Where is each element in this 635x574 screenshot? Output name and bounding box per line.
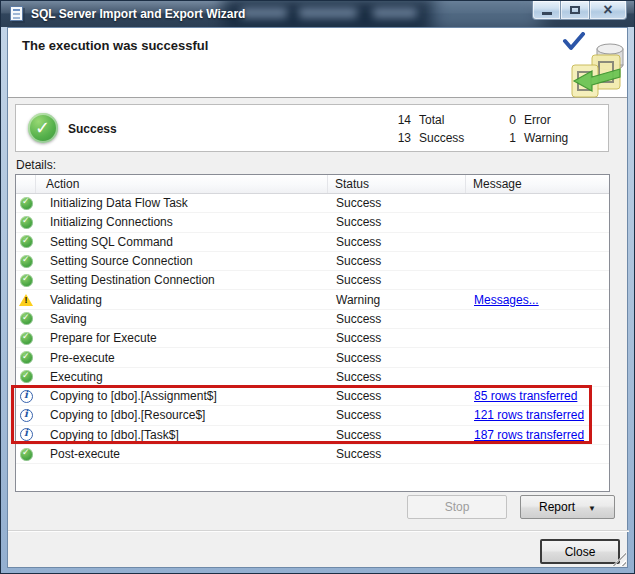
minimize-button[interactable] <box>532 1 561 20</box>
message-cell: Messages... <box>466 293 609 307</box>
message-link[interactable]: Messages... <box>474 293 539 307</box>
action-cell: Post-execute <box>36 447 328 461</box>
report-button[interactable]: Report <box>520 495 615 519</box>
action-cell: Executing <box>36 370 328 384</box>
status-cell: Success <box>328 254 466 268</box>
status-cell: Success <box>328 312 466 326</box>
message-link[interactable]: 121 rows transferred <box>474 408 584 422</box>
success-icon <box>20 370 33 383</box>
table-row[interactable]: Copying to [dbo].[Resource$] Success 121… <box>16 406 609 425</box>
message-cell: 121 rows transferred <box>466 408 609 422</box>
success-icon <box>20 448 33 461</box>
status-cell: Success <box>328 331 466 345</box>
status-cell: Success <box>328 408 466 422</box>
dialog-body: The execution was successful Success 14 <box>7 27 628 568</box>
status-cell: Success <box>328 389 466 403</box>
details-table: Action Status Message Initializing Data … <box>15 174 610 492</box>
table-row[interactable]: Validating Warning Messages... <box>16 290 609 309</box>
message-link[interactable]: 85 rows transferred <box>474 389 577 403</box>
success-icon <box>20 312 33 325</box>
action-cell: Copying to [dbo].[Assignment$] <box>36 389 328 403</box>
message-cell: 187 rows transferred <box>466 428 609 442</box>
info-icon <box>20 390 33 403</box>
table-row[interactable]: Copying to [dbo].[Task$] Success 187 row… <box>16 426 609 445</box>
success-icon <box>20 197 33 210</box>
table-row[interactable]: Initializing Connections Success <box>16 213 609 232</box>
status-cell: Success <box>328 273 466 287</box>
success-icon <box>20 255 33 268</box>
column-header-status[interactable]: Status <box>328 175 466 193</box>
success-icon <box>20 216 33 229</box>
table-row[interactable]: Post-execute Success <box>16 445 609 464</box>
stat-value: 13 <box>381 131 411 145</box>
table-row[interactable]: Setting Destination Connection Success <box>16 271 609 290</box>
footer-divider <box>8 530 629 532</box>
import-export-icon <box>568 41 624 101</box>
caption-buttons <box>532 1 627 20</box>
summary-stats-left: 14 Total 13 Success <box>381 111 464 147</box>
column-header-action[interactable]: Action <box>36 175 328 193</box>
stat-label: Success <box>419 131 464 145</box>
status-cell: Success <box>328 215 466 229</box>
table-row[interactable]: Setting Source Connection Success <box>16 252 609 271</box>
status-cell: Success <box>328 428 466 442</box>
info-icon <box>20 428 33 441</box>
action-cell: Validating <box>36 293 328 307</box>
window-title: SQL Server Import and Export Wizard <box>31 7 245 21</box>
action-cell: Saving <box>36 312 328 326</box>
status-cell: Success <box>328 370 466 384</box>
action-cell: Initializing Connections <box>36 215 328 229</box>
background-blur-blob <box>299 8 357 18</box>
background-blur-blob <box>373 8 417 18</box>
action-cell: Copying to [dbo].[Task$] <box>36 428 328 442</box>
details-label: Details: <box>16 158 56 172</box>
table-body: Initializing Data Flow Task Success Init… <box>16 194 609 464</box>
summary-panel: Success 14 Total 13 Success 0 Error 1 <box>15 104 609 152</box>
summary-stats-right: 0 Error 1 Warning <box>486 111 568 147</box>
table-row[interactable]: Executing Success <box>16 368 609 387</box>
message-cell: 85 rows transferred <box>466 389 609 403</box>
column-header-icon[interactable] <box>16 175 36 193</box>
summary-status: Success <box>68 122 117 136</box>
message-link[interactable]: 187 rows transferred <box>474 428 584 442</box>
titlebar[interactable]: SQL Server Import and Export Wizard <box>1 1 634 27</box>
table-header: Action Status Message <box>16 175 609 194</box>
table-row[interactable]: Setting SQL Command Success <box>16 233 609 252</box>
table-row[interactable]: Saving Success <box>16 310 609 329</box>
status-cell: Warning <box>328 293 466 307</box>
stop-button[interactable]: Stop <box>407 495 507 519</box>
info-icon <box>20 409 33 422</box>
action-cell: Setting Source Connection <box>36 254 328 268</box>
success-icon <box>20 235 33 248</box>
wizard-header: The execution was successful <box>8 28 627 98</box>
column-header-message[interactable]: Message <box>466 175 609 193</box>
maximize-button[interactable] <box>561 1 590 20</box>
stat-label: Total <box>419 113 444 127</box>
stat-value: 0 <box>486 113 516 127</box>
table-row[interactable]: Pre-execute Success <box>16 348 609 367</box>
status-cell: Success <box>328 196 466 210</box>
action-cell: Initializing Data Flow Task <box>36 196 328 210</box>
table-row[interactable]: Prepare for Execute Success <box>16 329 609 348</box>
action-cell: Pre-execute <box>36 351 328 365</box>
dropdown-caret-icon <box>588 500 596 514</box>
status-cell: Success <box>328 447 466 461</box>
close-window-button[interactable] <box>590 1 627 20</box>
close-icon <box>603 3 612 18</box>
success-icon <box>20 274 33 287</box>
success-icon <box>20 351 33 364</box>
action-cell: Setting SQL Command <box>36 235 328 249</box>
stat-value: 14 <box>381 113 411 127</box>
background-blur-blob <box>431 1 541 27</box>
status-cell: Success <box>328 351 466 365</box>
action-cell: Setting Destination Connection <box>36 273 328 287</box>
table-row[interactable]: Initializing Data Flow Task Success <box>16 194 609 213</box>
stat-label: Warning <box>524 131 568 145</box>
success-icon <box>28 113 58 143</box>
action-cell: Prepare for Execute <box>36 331 328 345</box>
wizard-window: SQL Server Import and Export Wizard The … <box>0 0 635 574</box>
table-row[interactable]: Copying to [dbo].[Assignment$] Success 8… <box>16 387 609 406</box>
close-button[interactable]: Close <box>540 539 620 564</box>
app-icon <box>10 6 23 21</box>
background-blur-blob <box>241 8 287 18</box>
